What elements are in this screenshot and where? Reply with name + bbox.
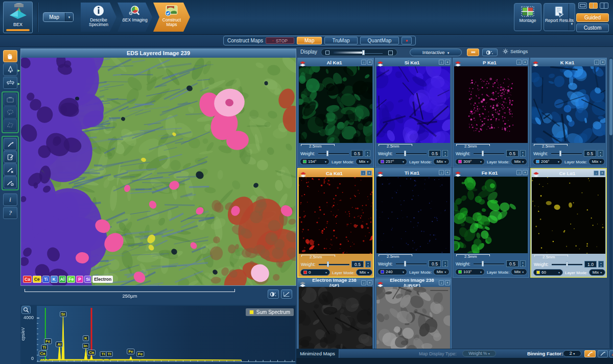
close-map-button[interactable]: × [523, 170, 528, 175]
clear-annotation-button[interactable] [4, 163, 17, 176]
weight-slider[interactable] [396, 153, 427, 155]
map-card-header[interactable]: Si Kα1↓× [375, 58, 451, 66]
map-card-p[interactable]: P Kα1↓×2.5mmWeight:0.5▴▾309°▾Layer Mode:… [453, 58, 529, 167]
legend-chip-Ti[interactable]: Ti [42, 276, 50, 283]
histogram-button[interactable] [281, 289, 292, 299]
annotate-pen-button[interactable] [4, 138, 17, 150]
legend-chip-Ca[interactable]: Ca [23, 276, 32, 283]
region-select-button[interactable] [4, 119, 17, 131]
weight-spinner[interactable]: ▴▾ [365, 261, 371, 268]
layer-mode-dropdown[interactable]: Mix▾ [356, 269, 372, 276]
freehand-select-button[interactable] [4, 106, 17, 118]
weight-value[interactable]: 0.5 [506, 260, 518, 267]
map-card-header[interactable]: Al Kα1↓× [298, 58, 373, 66]
weight-slider-thumb[interactable] [404, 261, 406, 266]
beam-tool-button[interactable]: ▶ [3, 63, 17, 76]
weight-slider-thumb[interactable] [404, 151, 406, 156]
workflow-step-construct-maps[interactable]: Construct Maps [153, 3, 190, 32]
minimize-map-button[interactable]: ↓ [439, 280, 444, 285]
weight-slider-thumb[interactable] [559, 151, 561, 156]
minimized-maps-tab[interactable]: Minimized Maps [296, 349, 339, 358]
map-thumbnail-ubse[interactable] [376, 287, 450, 349]
scrollbar-thumb[interactable] [609, 59, 612, 135]
layout-grid-icon[interactable] [589, 3, 598, 9]
map-card-header[interactable]: Ca Kα1↓× [298, 169, 373, 177]
maps-scrollbar[interactable] [609, 58, 612, 349]
weight-slider[interactable] [318, 153, 349, 155]
weight-value[interactable]: 0.5 [584, 150, 596, 157]
map-display-type-dropdown[interactable]: Weight % ▾ [462, 350, 496, 357]
map-thumbnail-se[interactable] [299, 287, 372, 349]
close-map-button[interactable]: × [367, 280, 372, 285]
help-button[interactable]: ? [3, 207, 17, 219]
map-card-header[interactable]: Electron Image 238 (UBSE)↓× [375, 279, 451, 287]
map-card-header[interactable]: P Kα1↓× [453, 58, 529, 66]
layer-mode-dropdown[interactable]: Mix▾ [356, 158, 372, 165]
pan-tool-button[interactable] [3, 50, 17, 62]
weight-value[interactable]: 0.5 [429, 150, 441, 157]
color-hue-dropdown[interactable]: 60▾ [533, 269, 563, 276]
minimize-map-button[interactable]: ↓ [516, 60, 522, 65]
tab-trumap[interactable]: TruMap [324, 37, 357, 44]
weight-slider[interactable] [474, 263, 504, 265]
minimize-map-button[interactable]: ↓ [361, 280, 366, 285]
custom-mode-button[interactable]: Custom [576, 23, 609, 32]
color-hue-dropdown[interactable]: 206°▾ [533, 158, 562, 165]
info-button[interactable]: i [3, 193, 17, 206]
color-hue-dropdown[interactable]: 103°▾ [455, 269, 485, 275]
map-thumbnail-ca[interactable] [299, 177, 372, 254]
binning-factor-dropdown[interactable]: 2 ▾ [563, 350, 581, 357]
close-map-button[interactable]: × [445, 170, 450, 175]
close-map-button[interactable]: × [445, 280, 450, 285]
minimize-map-button[interactable]: ↓ [439, 60, 444, 65]
weight-spinner[interactable]: ▴▾ [442, 260, 448, 267]
snapshot-tool-button[interactable] [4, 93, 17, 106]
weight-spinner[interactable]: ▴▾ [520, 150, 526, 157]
weight-slider[interactable] [474, 153, 504, 155]
layer-mode-dropdown[interactable]: Mix▾ [433, 158, 450, 165]
layout-split-icon[interactable] [600, 3, 608, 9]
weight-slider-thumb[interactable] [326, 151, 328, 156]
workflow-step-describe-specimen[interactable]: Describe Specimen [81, 3, 116, 32]
color-hue-dropdown[interactable]: 309°▾ [455, 158, 485, 165]
legend-chip-K[interactable]: K [51, 276, 58, 283]
tab-quantmap[interactable]: QuantMap [360, 37, 399, 44]
minimize-map-button[interactable]: ↓ [361, 171, 366, 176]
weight-value[interactable]: 0.5 [429, 260, 441, 267]
map-card-fe[interactable]: Fe Kα1↓×2.5mmWeight:0.5▴▾103°▾Layer Mode… [453, 168, 529, 278]
legend-chip-Si[interactable]: Si [84, 276, 91, 283]
layer-mode-dropdown[interactable]: Mix▾ [433, 269, 450, 275]
fit-maps-button[interactable]: »« [467, 48, 479, 56]
weight-slider-thumb[interactable] [482, 151, 484, 156]
map-thumbnail-al[interactable] [299, 66, 372, 143]
map-card-header[interactable]: Ce Lα1↓× [531, 169, 606, 177]
weight-value[interactable]: 1.0 [584, 261, 597, 268]
weight-value[interactable]: 0.5 [351, 261, 364, 268]
clear-all-annotations-button[interactable] [4, 176, 17, 188]
weight-value[interactable]: 0.5 [351, 150, 363, 157]
weight-slider-thumb[interactable] [482, 261, 484, 266]
map-thumbnail-ti[interactable] [376, 177, 450, 253]
map-card-ce[interactable]: Ce Lα1↓×2.5mmWeight:1.0▴▾60▾Layer Mode:M… [530, 168, 607, 278]
auto-brightness-button[interactable] [268, 289, 279, 299]
layer-mode-dropdown[interactable]: Mix▾ [511, 158, 527, 165]
stop-button[interactable]: ▪ STOP [266, 37, 294, 44]
eds-layered-image[interactable] [21, 58, 296, 285]
weight-slider-thumb[interactable] [566, 261, 568, 267]
scalebar-toggle-button[interactable] [584, 350, 596, 357]
map-thumbnail-p[interactable] [454, 66, 528, 143]
layer-mode-dropdown[interactable]: Mix▾ [589, 269, 605, 276]
guided-mode-button[interactable]: Guided [576, 13, 609, 22]
minimize-map-button[interactable]: ↓ [594, 171, 599, 176]
weight-slider-thumb[interactable] [327, 261, 329, 267]
minimize-map-button[interactable]: ↓ [439, 170, 444, 175]
color-hue-dropdown[interactable]: 257°▾ [378, 158, 407, 165]
map-card-header[interactable]: Electron Image 238 (SE)↓× [298, 279, 373, 287]
display-mode-dropdown[interactable]: Interactive▾ [410, 48, 462, 56]
color-scale-button[interactable] [609, 350, 613, 357]
slider-thumb[interactable] [362, 50, 365, 55]
close-map-button[interactable]: × [600, 171, 605, 176]
settings-button[interactable]: Settings [503, 48, 528, 54]
color-hue-dropdown[interactable]: 0▾ [300, 269, 330, 276]
weight-spinner[interactable]: ▴▾ [365, 150, 370, 157]
